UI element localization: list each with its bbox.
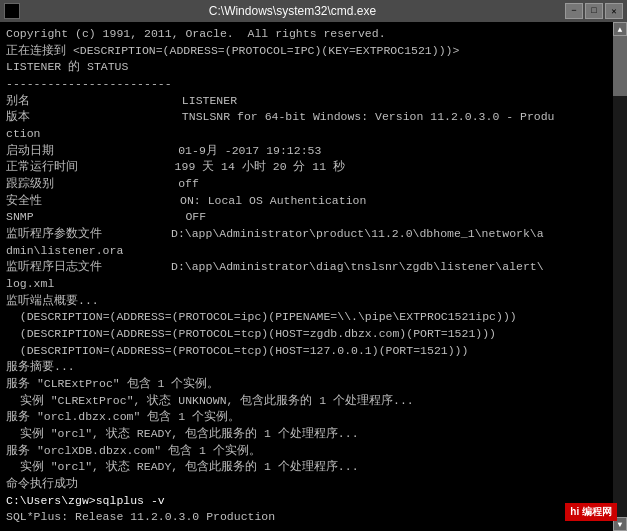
console-line: 别名 LISTENER <box>6 93 607 110</box>
console-line: 跟踪级别 off <box>6 176 607 193</box>
scrollbar-track[interactable] <box>613 36 627 517</box>
window-title: C:\Windows\system32\cmd.exe <box>20 4 565 18</box>
cmd-icon <box>4 3 20 19</box>
console-line: 正在连接到 <DESCRIPTION=(ADDRESS=(PROTOCOL=IP… <box>6 43 607 60</box>
console-line: log.xml <box>6 276 607 293</box>
console-line: 服务摘要... <box>6 359 607 376</box>
console-line: 安全性 ON: Local OS Authentication <box>6 193 607 210</box>
console-line: SNMP OFF <box>6 209 607 226</box>
watermark: hi 编程网 <box>565 503 617 521</box>
console-line: 实例 "orcl", 状态 READY, 包含此服务的 1 个处理程序... <box>6 426 607 443</box>
console-line: 正常运行时间 199 天 14 小时 20 分 11 秒 <box>6 159 607 176</box>
console-output: Copyright (c) 1991, 2011, Oracle. All ri… <box>0 22 613 531</box>
scrollbar-thumb[interactable] <box>613 36 627 96</box>
console-line: ction <box>6 126 607 143</box>
console-line: 实例 "CLRExtProc", 状态 UNKNOWN, 包含此服务的 1 个处… <box>6 393 607 410</box>
window-controls: − □ ✕ <box>565 3 623 19</box>
title-bar: C:\Windows\system32\cmd.exe − □ ✕ <box>0 0 627 22</box>
console-line: Copyright (c) 1991, 2011, Oracle. All ri… <box>6 26 607 43</box>
console-line: C:\Users\zgw>sqlplus -v <box>6 493 607 510</box>
scrollbar[interactable]: ▲ ▼ <box>613 22 627 531</box>
console-line: dmin\listener.ora <box>6 243 607 260</box>
console-body: Copyright (c) 1991, 2011, Oracle. All ri… <box>0 22 627 531</box>
console-line: 服务 "orclXDB.dbzx.com" 包含 1 个实例。 <box>6 443 607 460</box>
maximize-button[interactable]: □ <box>585 3 603 19</box>
console-line: 命令执行成功 <box>6 476 607 493</box>
console-line: 服务 "CLRExtProc" 包含 1 个实例。 <box>6 376 607 393</box>
close-button[interactable]: ✕ <box>605 3 623 19</box>
minimize-button[interactable]: − <box>565 3 583 19</box>
console-line: 服务 "orcl.dbzx.com" 包含 1 个实例。 <box>6 409 607 426</box>
console-line: 监听程序参数文件 D:\app\Administrator\product\11… <box>6 226 607 243</box>
console-line: 监听端点概要... <box>6 293 607 310</box>
console-line: (DESCRIPTION=(ADDRESS=(PROTOCOL=ipc)(PIP… <box>6 309 607 326</box>
cmd-window: C:\Windows\system32\cmd.exe − □ ✕ Copyri… <box>0 0 627 531</box>
console-line: 版本 TNSLSNR for 64-bit Windows: Version 1… <box>6 109 607 126</box>
scroll-up-button[interactable]: ▲ <box>613 22 627 36</box>
console-line: (DESCRIPTION=(ADDRESS=(PROTOCOL=tcp)(HOS… <box>6 343 607 360</box>
watermark-text: hi 编程网 <box>570 506 612 517</box>
console-line: 启动日期 01-9月 -2017 19:12:53 <box>6 143 607 160</box>
console-line: (DESCRIPTION=(ADDRESS=(PROTOCOL=tcp)(HOS… <box>6 326 607 343</box>
console-line: LISTENER 的 STATUS <box>6 59 607 76</box>
console-line: SQL*Plus: Release 11.2.0.3.0 Production <box>6 509 607 526</box>
console-line: ------------------------ <box>6 76 607 93</box>
console-line: 实例 "orcl", 状态 READY, 包含此服务的 1 个处理程序... <box>6 459 607 476</box>
console-line: 监听程序日志文件 D:\app\Administrator\diag\tnsls… <box>6 259 607 276</box>
